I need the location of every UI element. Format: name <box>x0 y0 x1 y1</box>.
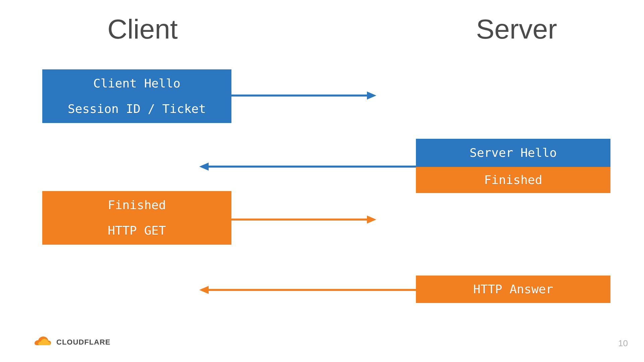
server-heading: Server <box>449 13 584 45</box>
client-finished-line2: HTTP GET <box>108 218 166 243</box>
client-finished-line1: Finished <box>108 192 166 218</box>
cloudflare-logo-text: CLOUDFLARE <box>56 338 111 347</box>
http-answer-box: HTTP Answer <box>416 276 610 303</box>
client-hello-line2: Session ID / Ticket <box>68 96 206 122</box>
arrow-http-answer <box>199 285 416 295</box>
http-answer-line: HTTP Answer <box>473 277 553 302</box>
server-finished-line: Finished <box>484 167 542 193</box>
svg-marker-5 <box>367 216 376 224</box>
server-hello-line: Server Hello <box>470 140 557 166</box>
arrow-client-finished <box>231 215 376 225</box>
server-finished-box: Finished <box>416 167 610 193</box>
client-finished-box: Finished HTTP GET <box>42 191 231 245</box>
arrow-server-hello <box>199 162 416 172</box>
client-hello-box: Client Hello Session ID / Ticket <box>42 69 231 123</box>
client-hello-line1: Client Hello <box>93 71 180 96</box>
client-heading: Client <box>75 13 210 45</box>
arrow-client-hello <box>231 90 376 101</box>
svg-marker-1 <box>367 92 376 100</box>
server-hello-box: Server Hello <box>416 139 610 167</box>
page-number: 10 <box>618 338 628 349</box>
svg-marker-3 <box>199 163 209 171</box>
cloudflare-logo: CLOUDFLARE <box>34 336 111 349</box>
svg-marker-7 <box>199 286 209 294</box>
cloud-icon <box>34 336 53 349</box>
